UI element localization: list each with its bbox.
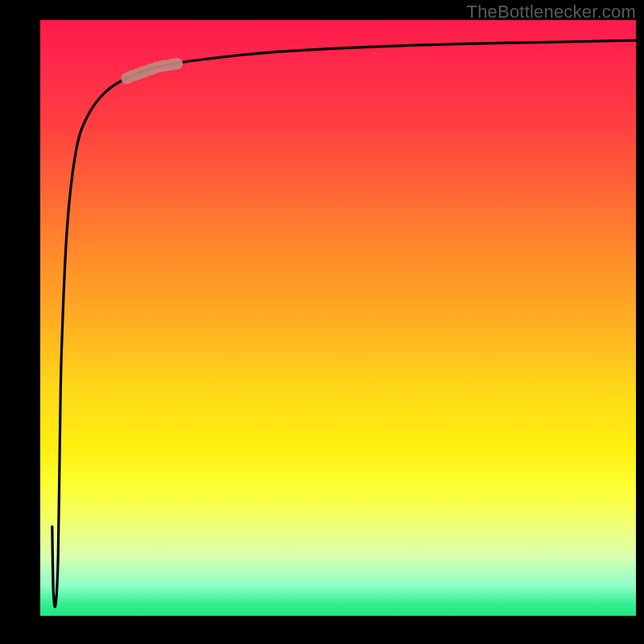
chart-frame: TheBottlenecker.com [0, 0, 644, 644]
watermark-text: TheBottlenecker.com [467, 2, 636, 23]
plot-area [40, 20, 636, 616]
